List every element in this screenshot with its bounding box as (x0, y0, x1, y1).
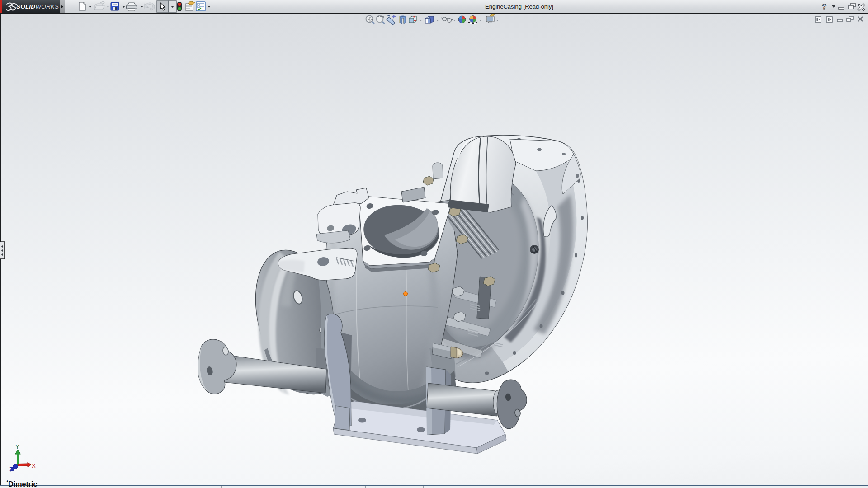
svg-text:?: ? (822, 3, 826, 11)
svg-text:Y: Y (15, 443, 19, 450)
svg-text:Z: Z (9, 466, 13, 473)
svg-text:X: X (32, 462, 36, 469)
